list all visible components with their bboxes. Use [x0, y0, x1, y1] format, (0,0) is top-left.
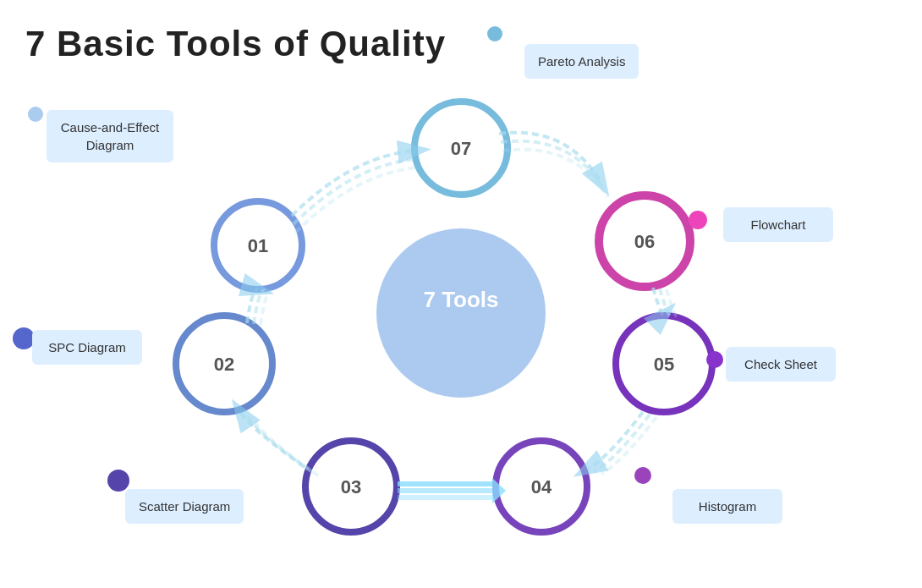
svg-text:01: 01: [248, 235, 268, 256]
label-pareto: Pareto Analysis: [524, 44, 639, 79]
svg-text:06: 06: [634, 231, 655, 252]
label-spc: SPC Diagram: [32, 330, 142, 365]
svg-point-6: [214, 201, 302, 289]
label-histogram: Histogram: [672, 489, 782, 524]
svg-point-12: [496, 441, 587, 532]
label-check: Check Sheet: [726, 347, 836, 382]
svg-text:7 Tools: 7 Tools: [423, 287, 498, 312]
label-scatter: Scatter Diagram: [125, 489, 244, 524]
label-cause: Cause-and-EffectDiagram: [47, 110, 173, 162]
svg-point-8: [176, 316, 272, 412]
svg-point-2: [376, 228, 546, 398]
svg-point-25: [107, 470, 129, 492]
page-title: 7 Basic Tools of Quality: [25, 24, 446, 64]
svg-point-16: [599, 195, 690, 287]
svg-text:05: 05: [654, 354, 674, 375]
svg-point-14: [616, 316, 712, 412]
svg-point-23: [706, 351, 723, 368]
svg-point-22: [689, 211, 707, 229]
svg-point-24: [634, 467, 651, 484]
svg-text:07: 07: [451, 138, 471, 159]
svg-point-20: [28, 107, 43, 122]
svg-point-4: [414, 102, 508, 195]
svg-point-19: [487, 26, 502, 41]
svg-text:02: 02: [214, 354, 234, 375]
svg-marker-18: [492, 478, 506, 503]
svg-text:03: 03: [341, 476, 361, 497]
svg-point-10: [305, 441, 397, 532]
svg-text:04: 04: [531, 476, 552, 497]
label-flowchart: Flowchart: [723, 207, 833, 242]
